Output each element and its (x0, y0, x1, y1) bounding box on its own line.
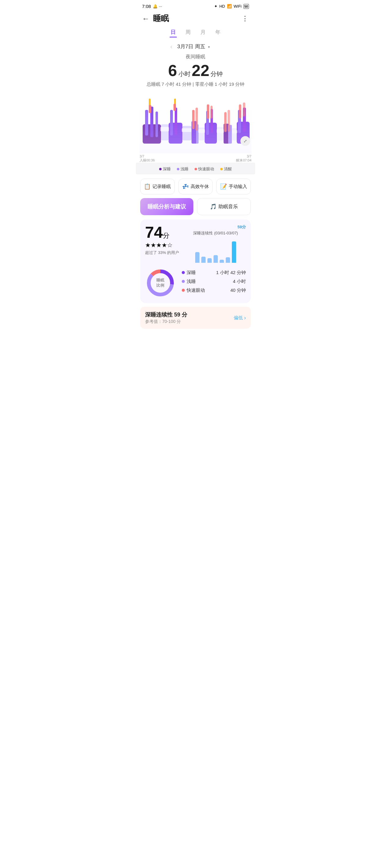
donut-center-label: 睡眠比例 (157, 278, 164, 288)
legend-awake: 清醒 (220, 166, 232, 172)
sleep-analysis-button[interactable]: 睡眠分析与建议 (140, 198, 193, 215)
page-title: 睡眠 (153, 13, 169, 24)
bar-7-current (232, 241, 236, 263)
legend-light-sleep: 浅睡 (177, 166, 189, 172)
back-button[interactable]: ← (142, 14, 149, 23)
status-bar: 7:08 🔔 ··· ✦ HD 📶 WiFi 50 (136, 0, 255, 11)
deep-sleep-chart-title: 深睡连续性 (03/01-03/07) (185, 230, 246, 236)
sleep-score: 74分 ★★★★☆ 超过了 33% 的用户 (145, 224, 179, 263)
manual-input-button[interactable]: 📝 手动输入 (216, 179, 251, 194)
prev-date-button[interactable]: ‹ (170, 43, 172, 50)
action-buttons-row: 📋 记录睡眠 💤 高效午休 📝 手动输入 (136, 174, 255, 194)
more-button[interactable]: ⋮ (242, 14, 249, 23)
tab-month[interactable]: 月 (200, 29, 205, 37)
bar-3 (207, 258, 212, 263)
feature-buttons-row: 睡眠分析与建议 🎵 助眠音乐 (136, 194, 255, 215)
manual-icon: 📝 (220, 183, 227, 190)
bar-score-label: 59分 (185, 224, 246, 230)
breakdown-light-sleep: 浅睡 4 小时 (182, 279, 246, 284)
bar-2 (201, 257, 205, 263)
current-date: 3月7日 周五 ▾ (177, 43, 210, 50)
bar-4 (214, 255, 218, 263)
bar-1 (195, 252, 199, 263)
notice-action[interactable]: 偏低 › (234, 315, 246, 321)
breakdown-deep-sleep: 深睡 1 小时 42 分钟 (182, 270, 246, 276)
deep-sleep-continuity-chart: 59分 深睡连续性 (03/01-03/07) (185, 224, 246, 263)
donut-chart: 睡眠比例 (145, 268, 176, 298)
record-icon: 📋 (144, 183, 150, 190)
tab-week[interactable]: 周 (186, 29, 191, 37)
music-icon: 🎵 (210, 203, 217, 210)
bar-5 (220, 260, 224, 263)
nap-button[interactable]: 💤 高效午休 (178, 179, 213, 194)
tab-day[interactable]: 日 (170, 29, 176, 37)
record-sleep-button[interactable]: 📋 记录睡眠 (140, 179, 175, 194)
status-time: 7:08 🔔 ··· (142, 4, 162, 9)
chart-time-labels: 3/7 入睡00:36 3/7 醒来07:04 (136, 153, 255, 163)
sleep-legend: 深睡 浅睡 快速眼动 清醒 (136, 163, 255, 174)
legend-rem: 快速眼动 (195, 166, 214, 172)
bar-chart-area (185, 238, 246, 263)
sleep-breakdown-list: 深睡 1 小时 42 分钟 浅睡 4 小时 快速眼动 40 分钟 (182, 270, 246, 296)
legend-deep-sleep: 深睡 (159, 166, 171, 172)
nap-icon: 💤 (182, 183, 189, 190)
bar-6 (226, 257, 230, 263)
notice-arrow-icon: › (244, 315, 246, 321)
status-icons: ✦ HD 📶 WiFi 50 (214, 4, 249, 9)
sleep-summary: 夜间睡眠 6 小时 22 分钟 总睡眠 7 小时 41 分钟 | 零星小睡 1 … (136, 51, 255, 89)
breakdown-rem: 快速眼动 40 分钟 (182, 287, 246, 293)
page-header: ← 睡眠 ⋮ (136, 11, 255, 29)
score-desc: 超过了 33% 的用户 (145, 250, 179, 255)
expand-chart-button[interactable]: ⤢ (241, 136, 250, 146)
notice-title: 深睡连续性 59 分 (145, 311, 187, 318)
svg-rect-40 (140, 92, 251, 153)
notice-subtitle: 参考值：70-100 分 (145, 319, 187, 324)
sleep-breakdown: 睡眠比例 深睡 1 小时 42 分钟 浅睡 4 小时 (145, 268, 246, 298)
sleep-main-duration: 6 小时 22 分钟 (142, 61, 249, 80)
deep-sleep-notice[interactable]: 深睡连续性 59 分 参考值：70-100 分 偏低 › (140, 307, 251, 329)
sleep-total-label: 总睡眠 7 小时 41 分钟 | 零星小睡 1 小时 19 分钟 (142, 82, 249, 87)
sleep-type-label: 夜间睡眠 (142, 54, 249, 60)
period-tabs: 日 周 月 年 (136, 29, 255, 40)
score-card: 74分 ★★★★☆ 超过了 33% 的用户 59分 深睡连续性 (03/01-0… (140, 219, 251, 303)
date-navigation: ‹ 3月7日 周五 ▾ (136, 40, 255, 51)
sleep-music-button[interactable]: 🎵 助眠音乐 (197, 198, 251, 215)
sleep-chart: ⤢ (140, 92, 251, 153)
tab-year[interactable]: 年 (215, 29, 221, 37)
score-stars: ★★★★☆ (145, 241, 179, 249)
